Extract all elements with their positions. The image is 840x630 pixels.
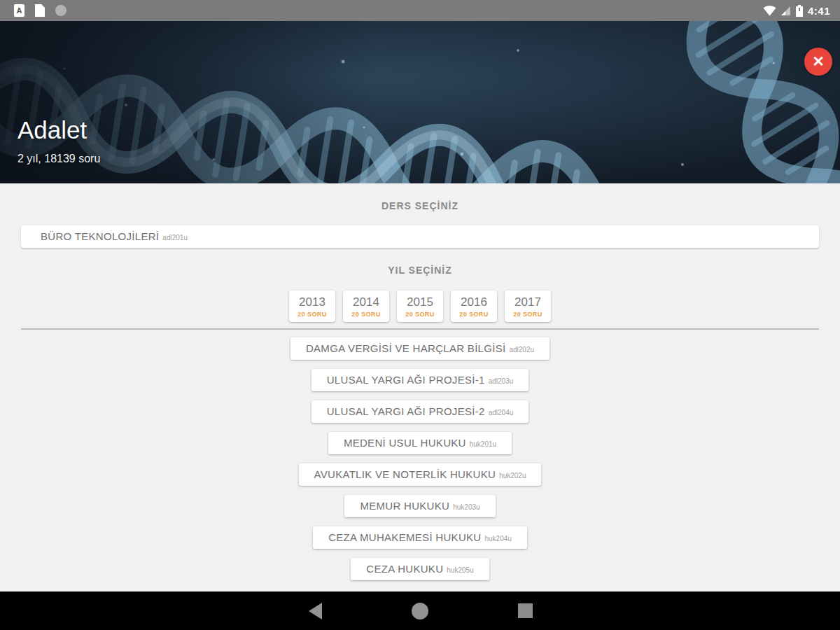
close-icon: ✕ xyxy=(812,53,825,70)
course-name: MEDENİ USUL HUKUKU xyxy=(344,437,466,449)
year-button[interactable]: 2013 20 SORU xyxy=(289,290,335,322)
wifi-icon xyxy=(763,6,776,16)
course-name: ULUSAL YARGI AĞI PROJESİ-1 xyxy=(327,374,485,386)
app-screen: A 4:41 xyxy=(0,0,840,630)
course-button[interactable]: MEDENİ USUL HUKUKU huk201u xyxy=(328,432,512,454)
year-question-count: 20 SORU xyxy=(398,311,442,318)
signal-icon xyxy=(781,6,791,16)
course-button[interactable]: CEZA HUKUKU huk205u xyxy=(351,558,489,580)
course-name: CEZA HUKUKU xyxy=(366,563,443,575)
selected-course-name: BÜRO TEKNOLOJİLERİ xyxy=(41,230,159,242)
course-code: adl202u xyxy=(509,346,534,354)
year-button[interactable]: 2015 20 SORU xyxy=(397,290,443,322)
year-label: 2014 xyxy=(344,295,388,309)
course-name: AVUKATLIK VE NOTERLİK HUKUKU xyxy=(314,468,496,480)
program-header: Adalet 2 yıl, 18139 soru ✕ xyxy=(0,21,840,183)
divider xyxy=(21,328,819,330)
course-button[interactable]: AVUKATLIK VE NOTERLİK HUKUKU huk202u xyxy=(299,463,542,486)
selected-course-code: adl201u xyxy=(162,234,188,241)
course-code: huk201u xyxy=(470,440,496,448)
content-area: DERS SEÇİNİZ BÜRO TEKNOLOJİLERİ adl201u … xyxy=(0,183,840,592)
course-code: huk204u xyxy=(484,535,511,542)
course-name: CEZA MUHAKEMESİ HUKUKU xyxy=(328,531,481,543)
back-icon[interactable] xyxy=(309,603,322,620)
dna-background-image xyxy=(0,21,840,183)
course-name: MEMUR HUKUKU xyxy=(360,500,449,512)
clock: 4:41 xyxy=(808,5,830,17)
course-button[interactable]: CEZA MUHAKEMESİ HUKUKU huk204u xyxy=(313,526,527,549)
year-label: 2013 xyxy=(290,295,334,309)
year-question-count: 20 SORU xyxy=(344,311,388,318)
battery-icon xyxy=(796,5,803,17)
android-nav-bar xyxy=(0,592,840,630)
program-title: Adalet xyxy=(18,116,87,144)
course-name: DAMGA VERGİSİ VE HARÇLAR BİLGİSİ xyxy=(306,342,506,354)
status-bar-notifications: A xyxy=(10,4,66,17)
program-subtitle: 2 yıl, 18139 soru xyxy=(18,153,100,165)
course-code: huk203u xyxy=(453,503,479,511)
course-button[interactable]: MEMUR HUKUKU huk203u xyxy=(344,495,495,517)
year-list: 2013 20 SORU 2014 20 SORU 2015 20 SORU 2… xyxy=(0,290,840,322)
year-button[interactable]: 2016 20 SORU xyxy=(451,290,497,322)
year-label: 2015 xyxy=(398,295,442,309)
recents-icon[interactable] xyxy=(518,603,533,618)
close-button[interactable]: ✕ xyxy=(804,48,832,76)
course-button[interactable]: ULUSAL YARGI AĞI PROJESİ-2 adl204u xyxy=(312,400,529,423)
course-button[interactable]: ULUSAL YARGI AĞI PROJESİ-1 adl203u xyxy=(312,369,529,391)
year-button[interactable]: 2017 20 SORU xyxy=(505,290,551,322)
status-bar: A 4:41 xyxy=(0,0,840,21)
home-icon[interactable] xyxy=(412,603,428,620)
year-question-count: 20 SORU xyxy=(452,311,496,318)
selected-course-button[interactable]: BÜRO TEKNOLOJİLERİ adl201u xyxy=(21,225,819,248)
year-label: 2016 xyxy=(452,295,496,309)
course-code: huk202u xyxy=(499,472,526,479)
year-button[interactable]: 2014 20 SORU xyxy=(343,290,389,322)
a-badge-icon: A xyxy=(14,4,24,17)
course-button[interactable]: DAMGA VERGİSİ VE HARÇLAR BİLGİSİ adl202u xyxy=(290,337,550,360)
year-select-label: YIL SEÇİNİZ xyxy=(0,265,840,276)
status-bar-system: 4:41 xyxy=(763,5,830,17)
year-question-count: 20 SORU xyxy=(290,311,334,318)
course-select-label: DERS SEÇİNİZ xyxy=(0,200,840,211)
course-name: ULUSAL YARGI AĞI PROJESİ-2 xyxy=(327,405,485,417)
year-question-count: 20 SORU xyxy=(506,311,550,318)
year-label: 2017 xyxy=(506,295,550,309)
course-code: adl204u xyxy=(489,409,514,416)
course-list: DAMGA VERGİSİ VE HARÇLAR BİLGİSİ adl202u… xyxy=(0,337,840,580)
document-icon xyxy=(35,4,45,17)
course-code: huk205u xyxy=(447,566,473,574)
circle-icon xyxy=(55,5,66,16)
course-code: adl203u xyxy=(489,377,514,385)
